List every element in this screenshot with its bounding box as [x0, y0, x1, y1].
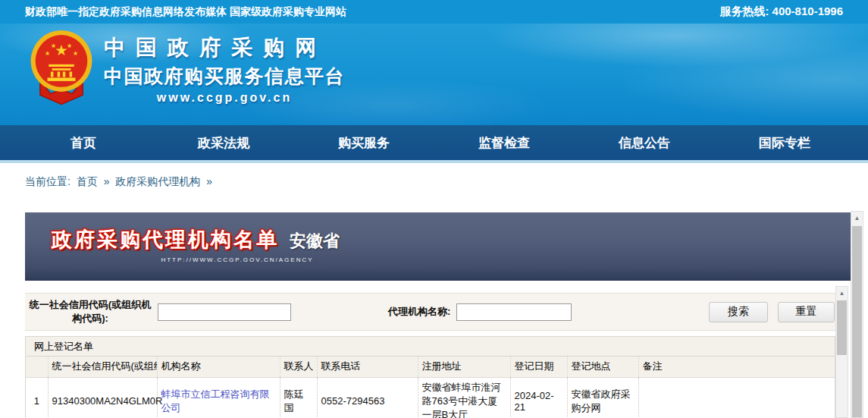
svg-text:★: ★	[45, 50, 50, 57]
col-remark: 备注	[638, 357, 835, 377]
topbar-slogan: 财政部唯一指定政府采购信息网络发布媒体 国家级政府采购专业网站	[25, 5, 346, 19]
agency-table: 统一社会信用代码(或组织 机构名称 联系人 联系电话 注册地址 登记日期 登记地…	[26, 357, 835, 418]
agency-list-banner: 政府采购代理机构名单 安徽省 HTTP://WWW.CCGP.GOV.CN/AG…	[25, 212, 851, 281]
col-agency-name: 机构名称	[157, 357, 280, 377]
nav-item-regulations[interactable]: 政采法规	[182, 134, 265, 152]
breadcrumb-separator: »	[206, 175, 212, 187]
search-form: 统一社会信用代码(或组织机构代码): 代理机构名称: 搜索 重置	[25, 293, 835, 331]
scroll-up-icon[interactable]: ▲	[836, 287, 848, 300]
credit-code-input[interactable]	[158, 303, 291, 321]
table-row: 1 91340300MA2N4GLM0R 蚌埠市立信工程咨询有限公司 陈廷国 0…	[26, 377, 835, 418]
row-date: 2024-02-21	[510, 377, 567, 418]
breadcrumb: 当前位置: 首页 » 政府采购代理机构 »	[25, 175, 215, 189]
svg-text:★: ★	[51, 42, 56, 49]
search-button[interactable]: 搜索	[709, 302, 768, 322]
breadcrumb-label: 当前位置:	[25, 175, 71, 187]
col-contact: 联系人	[280, 357, 317, 377]
col-phone: 联系电话	[317, 357, 418, 377]
breadcrumb-section-link[interactable]: 政府采购代理机构	[115, 175, 200, 187]
banner-province: 安徽省	[290, 230, 340, 253]
col-address: 注册地址	[418, 357, 510, 377]
inner-scrollbar-thumb[interactable]	[837, 300, 847, 355]
banner-url: HTTP://WWW.CCGP.GOV.CN/AGENCY	[93, 256, 381, 263]
table-header-row: 统一社会信用代码(或组织 机构名称 联系人 联系电话 注册地址 登记日期 登记地…	[26, 357, 835, 377]
col-date: 登记日期	[510, 357, 567, 377]
inner-scrollbar[interactable]: ▲	[835, 286, 848, 418]
col-location: 登记地点	[567, 357, 638, 377]
service-hotline: 服务热线: 400-810-1996	[719, 5, 843, 19]
agency-name-label: 代理机构名称:	[388, 305, 450, 319]
row-remark	[638, 377, 835, 418]
outer-scrollbar[interactable]: ▲	[851, 211, 863, 418]
national-emblem-icon: ★ ★ ★ ★ ★	[28, 30, 95, 108]
col-credit-code: 统一社会信用代码(或组织	[48, 357, 157, 377]
list-section-title: 网上登记名单	[26, 337, 835, 357]
row-index: 1	[26, 377, 48, 418]
nav-bottom-strip	[0, 160, 868, 163]
nav-item-supervision[interactable]: 监督检查	[462, 134, 546, 152]
nav-item-international[interactable]: 国际专栏	[743, 134, 826, 152]
svg-text:★: ★	[55, 42, 67, 58]
company-link[interactable]: 蚌埠市立信工程咨询有限公司	[161, 388, 270, 413]
site-title: 中国政府采购网	[104, 33, 345, 62]
site-logo[interactable]: ★ ★ ★ ★ ★ 中国政府采购网 中国政府购买服务信息平台 www.ccgp.…	[28, 30, 345, 108]
agency-name-input[interactable]	[456, 303, 572, 321]
col-index	[26, 357, 48, 377]
content-panel: 统一社会信用代码(或组织机构代码): 代理机构名称: 搜索 重置 网上登记名单 …	[25, 286, 835, 418]
row-credit-code: 91340300MA2N4GLM0R	[48, 377, 157, 418]
svg-text:★: ★	[73, 50, 78, 57]
reset-button[interactable]: 重置	[778, 302, 835, 322]
site-title-block: 中国政府采购网 中国政府购买服务信息平台 www.ccgp.gov.cn	[104, 33, 345, 105]
breadcrumb-home-link[interactable]: 首页	[77, 175, 98, 187]
site-url: www.ccgp.gov.cn	[104, 91, 345, 105]
site-masthead: ★ ★ ★ ★ ★ 中国政府采购网 中国政府购买服务信息平台 www.ccgp.…	[0, 24, 868, 125]
topbar: 财政部唯一指定政府采购信息网络发布媒体 国家级政府采购专业网站 服务热线: 40…	[0, 0, 868, 24]
nav-item-purchase-services[interactable]: 购买服务	[322, 134, 406, 152]
svg-text:★: ★	[67, 42, 72, 49]
scroll-up-icon[interactable]: ▲	[851, 212, 863, 225]
site-subtitle: 中国政府购买服务信息平台	[104, 64, 345, 89]
banner-title: 政府采购代理机构名单	[52, 226, 279, 253]
credit-code-label: 统一社会信用代码(或组织机构代码):	[25, 298, 155, 325]
outer-scrollbar-thumb[interactable]	[852, 226, 862, 417]
nav-item-home[interactable]: 首页	[42, 134, 125, 152]
row-phone: 0552-7294563	[317, 377, 418, 418]
row-address: 安徽省蚌埠市淮河路763号中港大厦一层B大厅	[418, 377, 510, 418]
main-nav: 首页 政采法规 购买服务 监督检查 信息公告 国际专栏	[0, 125, 868, 160]
nav-item-announcements[interactable]: 信息公告	[603, 134, 686, 152]
page: 财政部唯一指定政府采购信息网络发布媒体 国家级政府采购专业网站 服务热线: 40…	[0, 0, 868, 418]
row-location: 安徽省政府采购分网	[567, 377, 638, 418]
row-contact: 陈廷国	[280, 377, 317, 418]
registered-list-section: 网上登记名单 统一社会信用代码(或组织 机构名称 联系人 联系电话 注册地址	[25, 336, 835, 418]
breadcrumb-separator: »	[104, 175, 110, 187]
